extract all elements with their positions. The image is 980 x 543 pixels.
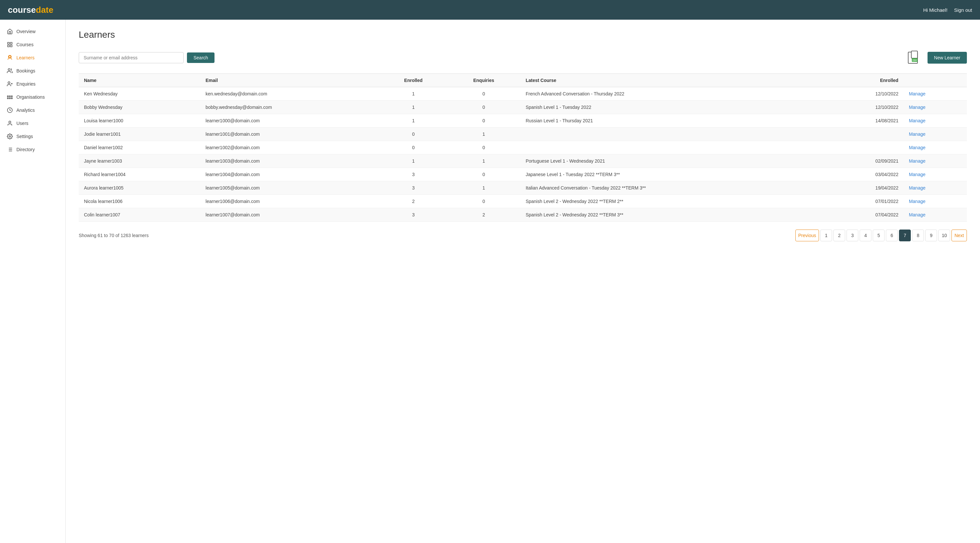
table-row: Aurora learner1005 learner1005@domain.co… <box>79 181 967 195</box>
search-button[interactable]: Search <box>187 52 215 63</box>
next-button[interactable]: Next <box>951 230 967 241</box>
table-row: Nicola learner1006 learner1006@domain.co… <box>79 195 967 208</box>
cell-manage[interactable]: Manage <box>904 87 967 101</box>
cell-manage[interactable]: Manage <box>904 181 967 195</box>
manage-link[interactable]: Manage <box>909 158 926 164</box>
cell-latest-course: Spanish Level 2 - Wednesday 2022 **TERM … <box>520 195 826 208</box>
table-row: Jodie learner1001 learner1001@domain.com… <box>79 127 967 141</box>
cell-enquiries: 2 <box>447 208 520 222</box>
sidebar-item-enquiries[interactable]: Enquiries <box>0 78 65 90</box>
cell-enrolled-date <box>826 141 904 154</box>
sidebar-item-settings[interactable]: Settings <box>0 130 65 143</box>
cell-enquiries: 0 <box>447 195 520 208</box>
manage-link[interactable]: Manage <box>909 212 926 218</box>
cell-email: learner1007@domain.com <box>200 208 380 222</box>
svg-rect-11 <box>10 96 11 97</box>
sidebar-item-learners[interactable]: Learners <box>0 51 65 64</box>
manage-link[interactable]: Manage <box>909 172 926 177</box>
cell-manage[interactable]: Manage <box>904 168 967 181</box>
cell-name: Louisa learner1000 <box>79 114 200 127</box>
cell-email: ken.wednesday@domain.com <box>200 87 380 101</box>
cell-manage[interactable]: Manage <box>904 127 967 141</box>
manage-link[interactable]: Manage <box>909 199 926 204</box>
sidebar-item-organisations[interactable]: Organisations <box>0 90 65 103</box>
sidebar-label-learners: Learners <box>16 55 35 60</box>
sidebar-item-overview[interactable]: Overview <box>0 25 65 38</box>
cell-manage[interactable]: Manage <box>904 114 967 127</box>
col-header-actions <box>904 74 967 87</box>
sidebar-item-courses[interactable]: Courses <box>0 38 65 51</box>
csv-export-button[interactable]: CSV <box>907 50 922 65</box>
col-header-enrolled: Enrolled <box>380 74 447 87</box>
manage-link[interactable]: Manage <box>909 118 926 123</box>
cell-manage[interactable]: Manage <box>904 208 967 222</box>
cell-manage[interactable]: Manage <box>904 101 967 114</box>
previous-button[interactable]: Previous <box>795 230 819 241</box>
cell-enrolled-date: 14/08/2021 <box>826 114 904 127</box>
svg-rect-3 <box>8 45 9 47</box>
cell-email: learner1006@domain.com <box>200 195 380 208</box>
learners-table-container: Name Email Enrolled Enquiries Latest Cou… <box>79 73 967 222</box>
svg-text:CSV: CSV <box>912 59 917 61</box>
cell-enrolled-date: 02/09/2021 <box>826 154 904 168</box>
showing-text: Showing 61 to 70 of 1263 learners <box>79 233 149 238</box>
cell-enrolled-date: 12/10/2022 <box>826 101 904 114</box>
cell-manage[interactable]: Manage <box>904 141 967 154</box>
search-input[interactable] <box>79 52 184 63</box>
cell-latest-course: Russian Level 1 - Thursday 2021 <box>520 114 826 127</box>
svg-point-17 <box>9 121 11 123</box>
sidebar-item-directory[interactable]: Directory <box>0 143 65 156</box>
manage-link[interactable]: Manage <box>909 145 926 150</box>
cell-manage[interactable]: Manage <box>904 195 967 208</box>
home-icon <box>6 28 13 35</box>
cell-latest-course <box>520 141 826 154</box>
sidebar-label-organisations: Organisations <box>16 94 45 100</box>
svg-rect-2 <box>11 45 12 47</box>
sidebar-item-bookings[interactable]: Bookings <box>0 64 65 78</box>
col-header-enquiries: Enquiries <box>447 74 520 87</box>
col-header-name: Name <box>79 74 200 87</box>
analytics-icon <box>6 107 13 113</box>
cell-latest-course: Italian Advanced Conversation - Tuesday … <box>520 181 826 195</box>
page-button-8[interactable]: 8 <box>912 230 924 241</box>
cell-latest-course <box>520 127 826 141</box>
cell-email: learner1001@domain.com <box>200 127 380 141</box>
page-button-6[interactable]: 6 <box>886 230 898 241</box>
sidebar-label-analytics: Analytics <box>16 108 35 113</box>
sidebar-item-analytics[interactable]: Analytics <box>0 103 65 117</box>
table-row: Louisa learner1000 learner1000@domain.co… <box>79 114 967 127</box>
sidebar-item-users[interactable]: Users <box>0 117 65 130</box>
learners-table: Name Email Enrolled Enquiries Latest Cou… <box>79 73 967 222</box>
sidebar-label-overview: Overview <box>16 29 35 34</box>
cell-enquiries: 0 <box>447 87 520 101</box>
page-button-2[interactable]: 2 <box>834 230 845 241</box>
cell-latest-course: Japanese Level 1 - Tuesday 2022 **TERM 3… <box>520 168 826 181</box>
sidebar-label-users: Users <box>16 121 29 126</box>
cell-manage[interactable]: Manage <box>904 154 967 168</box>
page-button-1[interactable]: 1 <box>820 230 832 241</box>
cell-enquiries: 0 <box>447 141 520 154</box>
page-button-4[interactable]: 4 <box>860 230 872 241</box>
page-button-3[interactable]: 3 <box>846 230 858 241</box>
page-button-5[interactable]: 5 <box>873 230 885 241</box>
manage-link[interactable]: Manage <box>909 91 926 97</box>
cell-enrolled-date: 19/04/2022 <box>826 181 904 195</box>
col-header-latest-course: Latest Course <box>520 74 826 87</box>
manage-link[interactable]: Manage <box>909 132 926 137</box>
page-button-9[interactable]: 9 <box>925 230 937 241</box>
new-learner-button[interactable]: New Learner <box>928 52 967 64</box>
page-button-7[interactable]: 7 <box>899 230 911 241</box>
cell-email: learner1000@domain.com <box>200 114 380 127</box>
bookings-icon <box>6 68 13 74</box>
manage-link[interactable]: Manage <box>909 185 926 191</box>
cell-latest-course: Spanish Level 1 - Tuesday 2022 <box>520 101 826 114</box>
svg-rect-10 <box>8 96 8 97</box>
header: coursedate Hi Michael! Sign out <box>0 0 980 20</box>
cell-enrolled: 1 <box>380 87 447 101</box>
manage-link[interactable]: Manage <box>909 105 926 110</box>
signout-link[interactable]: Sign out <box>954 7 972 13</box>
page-button-10[interactable]: 10 <box>939 230 950 241</box>
logo-date: date <box>36 5 53 15</box>
search-right: CSV New Learner <box>907 50 967 65</box>
cell-enrolled: 3 <box>380 208 447 222</box>
